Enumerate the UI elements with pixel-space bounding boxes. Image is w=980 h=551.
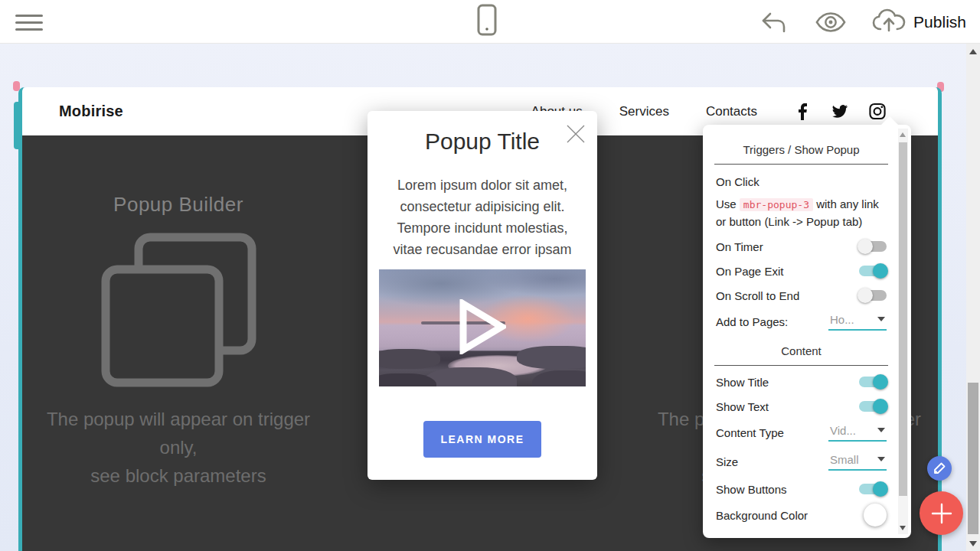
on-click-label: On Click — [716, 175, 760, 188]
popup-title: Popup Title — [368, 129, 597, 155]
undo-icon[interactable] — [759, 8, 789, 36]
add-to-pages-dropdown[interactable]: Ho... — [828, 313, 887, 331]
social-links — [794, 103, 886, 120]
on-scroll-to-end-label: On Scroll to End — [716, 289, 799, 302]
chevron-down-icon — [877, 428, 885, 432]
publish-cloud-icon — [872, 8, 906, 36]
add-to-pages-label: Add to Pages: — [716, 315, 788, 328]
thumbnail-rock — [425, 367, 517, 386]
scroll-down-icon[interactable] — [969, 541, 977, 546]
panel-scrollbar[interactable] — [898, 129, 908, 534]
scroll-up-icon[interactable] — [900, 132, 906, 137]
block-parameters-panel: Triggers / Show Popup On Click Use mbr-p… — [703, 125, 911, 538]
nav-link-services[interactable]: Services — [619, 104, 669, 119]
placeholder-description: The popup will appear on trigger only, s… — [25, 405, 332, 490]
popup-placeholder-left: Popup Builder The popup will appear on t… — [25, 135, 332, 551]
mobile-view-icon[interactable] — [472, 6, 502, 34]
content-type-label: Content Type — [716, 426, 784, 439]
divider — [714, 164, 888, 165]
on-timer-toggle[interactable] — [859, 241, 887, 252]
content-type-dropdown[interactable]: Vid... — [828, 424, 887, 442]
size-value: Small — [830, 453, 859, 466]
size-dropdown[interactable]: Small — [828, 453, 887, 471]
learn-more-button[interactable]: LEARN MORE — [423, 421, 541, 458]
chevron-down-icon — [877, 317, 885, 321]
popup-preview-modal: Popup Title Lorem ipsum dolor sit amet, … — [368, 111, 597, 480]
placeholder-title: Popup Builder — [25, 193, 332, 217]
show-title-toggle[interactable] — [859, 377, 887, 387]
show-buttons-label: Show Buttons — [716, 483, 787, 496]
overlapping-squares-icon — [100, 231, 257, 391]
show-text-label: Show Text — [716, 400, 769, 413]
add-to-pages-value: Ho... — [830, 313, 854, 326]
show-buttons-toggle[interactable] — [859, 484, 887, 494]
show-title-label: Show Title — [716, 376, 769, 389]
show-text-toggle[interactable] — [859, 401, 887, 412]
add-block-button[interactable] — [920, 491, 963, 535]
site-brand-logo[interactable]: Mobirise — [59, 103, 123, 120]
panel-section-title-triggers: Triggers / Show Popup — [716, 143, 887, 156]
on-page-exit-toggle[interactable] — [859, 266, 887, 276]
panel-section-title-content: Content — [716, 344, 887, 357]
style-brush-button[interactable] — [927, 456, 952, 481]
size-label: Size — [716, 455, 738, 468]
publish-button[interactable]: Publish — [872, 8, 966, 36]
background-color-swatch[interactable] — [864, 504, 887, 527]
thumbnail-rock — [517, 346, 586, 369]
preview-eye-icon[interactable] — [815, 8, 846, 36]
background-color-label: Background Color — [716, 509, 808, 522]
on-timer-label: On Timer — [716, 240, 763, 253]
popup-usage-note: Use mbr-popup-3 with any link or button … — [716, 196, 890, 230]
hamburger-menu-icon[interactable] — [15, 10, 43, 33]
thumbnail-rock — [532, 370, 586, 386]
divider — [714, 365, 888, 366]
publish-label: Publish — [913, 13, 966, 31]
window-scrollbar-thumb[interactable] — [968, 383, 978, 534]
panel-scrollbar-thumb[interactable] — [899, 142, 907, 496]
facebook-icon[interactable] — [794, 103, 811, 120]
video-thumbnail[interactable] — [379, 269, 586, 386]
play-icon[interactable] — [459, 299, 506, 357]
twitter-icon[interactable] — [831, 103, 848, 120]
chevron-down-icon — [877, 457, 885, 461]
scroll-down-icon[interactable] — [900, 526, 906, 530]
popup-body-text: Lorem ipsum dolor sit amet, consectetur … — [368, 174, 597, 260]
nav-link-contacts[interactable]: Contacts — [706, 104, 757, 119]
thumbnail-rock — [379, 349, 440, 369]
popup-code-chip: mbr-popup-3 — [740, 198, 813, 211]
content-type-value: Vid... — [830, 424, 856, 437]
on-scroll-to-end-toggle[interactable] — [859, 290, 887, 301]
window-scrollbar[interactable] — [966, 44, 980, 551]
scroll-up-icon[interactable] — [969, 49, 977, 54]
app-toolbar: Publish — [0, 0, 980, 44]
on-page-exit-label: On Page Exit — [716, 265, 783, 278]
